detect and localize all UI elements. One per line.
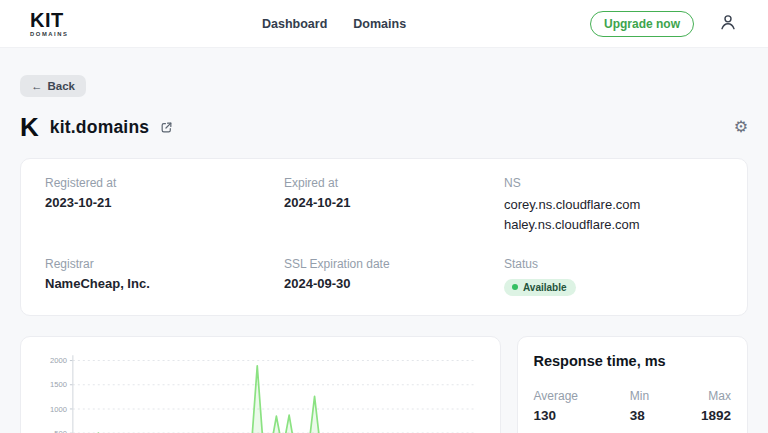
stats-title: Response time, ms [534,353,732,369]
status-badge-label: Available [523,282,567,293]
stat-value: 1892 [701,408,731,423]
page-content: ← Back K kit.domains ⚙ Registered at 202… [0,48,768,433]
response-time-stats-card: Response time, ms Average 130 Min 38 Max… [517,336,749,433]
user-account-button[interactable] [718,12,738,35]
ns-server-2: haley.ns.cloudflare.com [504,215,723,235]
field-label: SSL Expiration date [284,257,504,271]
field-label: Expired at [284,176,504,190]
nav-dashboard[interactable]: Dashboard [262,17,327,31]
field-registrar: Registrar NameCheap, Inc. [45,257,284,291]
field-expired-at: Expired at 2024-10-21 [284,176,504,210]
stat-min: Min 38 [630,389,649,423]
nav-domains[interactable]: Domains [353,17,406,31]
bottom-row: 500100015002000 Response time, ms Averag… [20,336,748,433]
svg-text:1000: 1000 [50,404,67,413]
stat-max: Max 1892 [701,389,731,423]
upgrade-button[interactable]: Upgrade now [590,11,694,37]
field-value: 2024-09-30 [284,276,504,291]
gear-icon: ⚙ [734,119,748,135]
svg-text:500: 500 [54,428,67,433]
stat-label: Min [630,389,649,403]
user-icon [718,12,738,35]
back-label: Back [48,80,76,92]
field-label: Status [504,257,723,271]
topbar-right: Upgrade now [590,11,738,37]
domain-info-card: Registered at 2023-10-21 Expired at 2024… [20,158,748,316]
page-title: kit.domains [50,117,149,138]
field-label: Registered at [45,176,284,190]
status-badge: Available [504,279,576,296]
stats-row: Average 130 Min 38 Max 1892 [534,389,732,423]
svg-text:2000: 2000 [50,356,67,365]
main-nav: Dashboard Domains [262,0,406,48]
svg-text:1500: 1500 [50,380,67,389]
brand-subtitle: DOMAINS [30,32,69,38]
field-label: Registrar [45,257,284,271]
status-dot-icon [512,284,518,290]
external-link-icon[interactable] [160,121,173,134]
field-label: NS [504,176,723,190]
brand-name: KIT [30,10,69,30]
stat-value: 130 [534,408,578,423]
domain-settings-button[interactable]: ⚙ [734,119,748,135]
field-ns: NS corey.ns.cloudflare.com haley.ns.clou… [504,176,723,234]
field-ssl-expiration: SSL Expiration date 2024-09-30 [284,257,504,291]
response-chart: 500100015002000 [27,347,488,433]
domain-title-row: K kit.domains ⚙ [20,114,748,140]
back-button[interactable]: ← Back [20,75,86,97]
stat-label: Max [701,389,731,403]
stat-value: 38 [630,408,649,423]
field-value: NameCheap, Inc. [45,276,284,291]
response-time-chart-card: 500100015002000 [20,336,501,433]
field-registered-at: Registered at 2023-10-21 [45,176,284,210]
top-bar: KIT DOMAINS Dashboard Domains Upgrade no… [0,0,768,48]
stat-average: Average 130 [534,389,578,423]
domain-logo-mark: K [20,114,39,140]
field-status: Status Available [504,257,723,296]
back-arrow-icon: ← [31,80,43,92]
stat-label: Average [534,389,578,403]
ns-server-1: corey.ns.cloudflare.com [504,195,723,215]
field-value: 2023-10-21 [45,195,284,210]
brand-logo[interactable]: KIT DOMAINS [30,10,69,38]
field-value: 2024-10-21 [284,195,504,210]
